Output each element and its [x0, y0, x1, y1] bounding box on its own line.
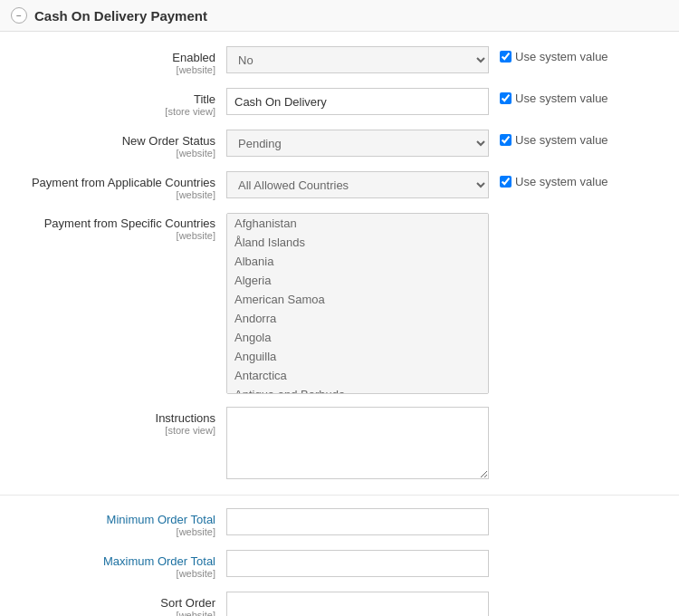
field-new-order-status: New Order Status [website] Pending Proce…: [0, 130, 679, 159]
field-sort-order: Sort Order [website]: [0, 592, 679, 616]
field-minimum-order-total: Minimum Order Total [website]: [0, 508, 679, 537]
system-value-label-pac[interactable]: Use system value: [515, 175, 608, 188]
scope-maximum-order-total: [website]: [9, 568, 215, 579]
select-new-order-status[interactable]: Pending Processing Complete: [226, 130, 489, 157]
field-enabled: Enabled [website] No Yes Use system valu…: [0, 46, 679, 75]
divider: [0, 495, 679, 496]
label-payment-specific-countries: Payment from Specific Countries: [9, 217, 215, 230]
input-title[interactable]: [226, 88, 489, 115]
select-payment-applicable-countries[interactable]: All Allowed Countries Specific Countries: [226, 171, 489, 198]
field-payment-applicable-countries: Payment from Applicable Countries [websi…: [0, 171, 679, 200]
page-header: − Cash On Delivery Payment: [0, 0, 679, 32]
form-container: Enabled [website] No Yes Use system valu…: [0, 32, 679, 616]
scope-instructions: [store view]: [9, 425, 215, 436]
page-title: Cash On Delivery Payment: [34, 8, 207, 24]
input-sort-order[interactable]: [226, 592, 489, 616]
select-enabled[interactable]: No Yes: [226, 46, 489, 73]
scope-payment-specific-countries: [website]: [9, 230, 215, 241]
input-maximum-order-total[interactable]: [226, 550, 489, 577]
textarea-instructions[interactable]: [226, 407, 489, 479]
label-instructions: Instructions: [9, 411, 215, 425]
scope-payment-applicable-countries: [website]: [9, 189, 215, 200]
scope-minimum-order-total: [website]: [9, 526, 215, 537]
scope-sort-order: [website]: [9, 610, 215, 616]
label-new-order-status: New Order Status: [9, 134, 215, 148]
field-title: Title [store view] Use system value: [0, 88, 679, 117]
system-value-label-title[interactable]: Use system value: [515, 91, 608, 105]
checkbox-system-value-new-order-status[interactable]: [500, 134, 512, 146]
scope-enabled: [website]: [9, 64, 215, 75]
field-instructions: Instructions [store view]: [0, 407, 679, 482]
checkbox-system-value-payment-applicable-countries[interactable]: [500, 176, 512, 188]
scope-new-order-status: [website]: [9, 148, 215, 159]
system-value-label-enabled[interactable]: Use system value: [515, 50, 608, 63]
label-sort-order: Sort Order: [9, 596, 215, 610]
system-value-label-nos[interactable]: Use system value: [515, 133, 608, 147]
label-payment-applicable-countries: Payment from Applicable Countries: [9, 176, 215, 189]
field-maximum-order-total: Maximum Order Total [website]: [0, 550, 679, 579]
checkbox-system-value-title[interactable]: [500, 92, 512, 104]
field-payment-specific-countries: Payment from Specific Countries [website…: [0, 213, 679, 394]
collapse-icon[interactable]: −: [11, 7, 27, 24]
label-enabled: Enabled: [9, 51, 215, 64]
label-minimum-order-total: Minimum Order Total: [9, 513, 215, 526]
label-title: Title: [9, 92, 215, 106]
multiselect-payment-specific-countries[interactable]: Afghanistan Åland Islands Albania Algeri…: [226, 213, 489, 394]
checkbox-system-value-enabled[interactable]: [500, 51, 512, 63]
input-minimum-order-total[interactable]: [226, 508, 489, 535]
scope-title: [store view]: [9, 106, 215, 117]
label-maximum-order-total: Maximum Order Total: [9, 554, 215, 568]
